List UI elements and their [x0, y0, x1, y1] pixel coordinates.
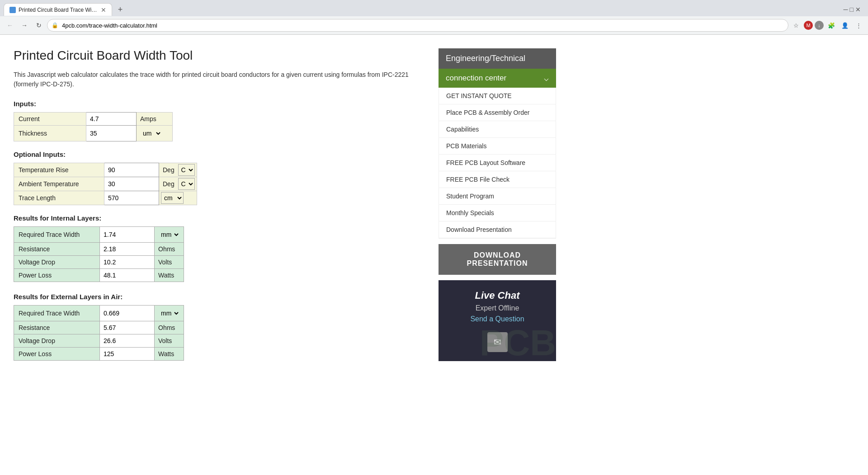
page-content: Printed Circuit Board Width Tool This Ja… — [0, 35, 868, 385]
live-chat-title: Live Chat — [446, 289, 549, 302]
sidebar-item-place-order[interactable]: Place PCB & Assembly Order — [439, 104, 556, 121]
results-external-table: Required Trace Width mm cm in mil Resist… — [14, 305, 184, 361]
live-chat-send-question-link[interactable]: Send a Question — [446, 315, 549, 323]
connection-center-toggle[interactable]: connection center ⌵ — [439, 69, 556, 88]
sidebar-item-student-program[interactable]: Student Program — [439, 188, 556, 205]
sidebar-link-download-presentation[interactable]: Download Presentation — [439, 221, 556, 238]
internal-resistance-input[interactable] — [100, 243, 154, 255]
sidebar-link-monthly-specials[interactable]: Monthly Specials — [439, 205, 556, 221]
tab-title: Printed Circuit Board Trace Wid... — [19, 7, 98, 13]
address-bar[interactable] — [47, 19, 788, 32]
main-content: Printed Circuit Board Width Tool This Ja… — [14, 48, 420, 372]
forward-button[interactable]: → — [18, 19, 31, 32]
thickness-input-cell — [86, 126, 137, 141]
external-resistance-row: Resistance Ohms — [14, 321, 184, 334]
temp-rise-unit-select[interactable]: C F — [178, 164, 195, 176]
internal-voltage-row: Voltage Drop Volts — [14, 256, 184, 269]
thickness-unit-select[interactable]: um oz mm — [140, 127, 162, 139]
live-chat-status: Expert Offline — [446, 304, 549, 312]
temp-rise-input-cell — [104, 163, 159, 177]
trace-length-input-cell — [104, 191, 159, 205]
internal-resistance-label: Resistance — [14, 243, 100, 256]
ambient-temp-unit-cell: Deg C F — [159, 177, 197, 191]
sidebar-menu: GET INSTANT QUOTE Place PCB & Assembly O… — [439, 88, 556, 239]
external-resistance-value-cell — [100, 321, 155, 334]
internal-power-input[interactable] — [100, 269, 154, 281]
external-resistance-unit: Ohms — [155, 321, 184, 334]
internal-trace-width-value-cell — [100, 227, 155, 243]
internal-voltage-input[interactable] — [100, 256, 154, 268]
sidebar-item-free-layout-software[interactable]: FREE PCB Layout Software — [439, 155, 556, 171]
extension-icon-red[interactable]: M — [804, 21, 813, 30]
external-trace-width-input[interactable] — [100, 307, 154, 319]
inputs-table: Current Amps Thickness um oz mm — [14, 112, 173, 141]
sidebar-item-capabilities[interactable]: Capabilities — [439, 121, 556, 138]
sidebar-link-capabilities[interactable]: Capabilities — [439, 121, 556, 137]
sidebar-item-get-instant-quote[interactable]: GET INSTANT QUOTE — [439, 88, 556, 104]
internal-trace-width-input[interactable] — [100, 229, 154, 240]
ambient-temp-unit-select[interactable]: C F — [178, 178, 195, 190]
external-trace-width-unit-select[interactable]: mm cm in mil — [158, 307, 180, 319]
ambient-temp-row: Ambient Temperature Deg C F — [14, 177, 197, 191]
sidebar-link-free-file-check[interactable]: FREE PCB File Check — [439, 171, 556, 188]
thickness-input[interactable] — [86, 127, 136, 139]
minimize-button[interactable]: ─ — [844, 6, 848, 13]
internal-power-row: Power Loss Watts — [14, 269, 184, 282]
current-input[interactable] — [86, 113, 136, 125]
temp-rise-row: Temperature Rise Deg C F — [14, 163, 197, 177]
external-voltage-input[interactable] — [100, 335, 154, 347]
sidebar-link-free-layout-software[interactable]: FREE PCB Layout Software — [439, 155, 556, 171]
trace-length-unit-select[interactable]: cm mm in — [161, 192, 184, 204]
external-voltage-row: Voltage Drop Volts — [14, 334, 184, 348]
extension-puzzle-button[interactable]: 🧩 — [826, 19, 837, 31]
current-label: Current — [14, 113, 86, 126]
temp-rise-input[interactable] — [104, 164, 159, 176]
results-internal-table: Required Trace Width mm cm in mil Resist… — [14, 226, 184, 282]
new-tab-button[interactable]: + — [114, 3, 127, 16]
external-trace-width-unit-cell: mm cm in mil — [155, 306, 184, 321]
restore-button[interactable]: □ — [850, 6, 854, 13]
reload-button[interactable]: ↻ — [33, 19, 45, 32]
close-button[interactable]: ✕ — [855, 6, 861, 13]
menu-button[interactable]: ⋮ — [853, 19, 864, 31]
trace-length-row: Trace Length cm mm in — [14, 191, 197, 205]
browser-chrome: Printed Circuit Board Trace Wid... ✕ + ─… — [0, 0, 868, 35]
external-resistance-label: Resistance — [14, 321, 100, 334]
sidebar-item-download-presentation[interactable]: Download Presentation — [439, 221, 556, 238]
temp-rise-unit-cell: Deg C F — [159, 163, 197, 177]
bookmark-button[interactable]: ☆ — [790, 19, 802, 31]
download-presentation-button[interactable]: DOWNLOAD PRESENTATION — [439, 244, 556, 275]
optional-inputs-label: Optional Inputs: — [14, 150, 420, 158]
sidebar-item-free-file-check[interactable]: FREE PCB File Check — [439, 171, 556, 188]
sidebar-link-pcb-materials[interactable]: PCB Materials — [439, 138, 556, 154]
tab-close-button[interactable]: ✕ — [101, 6, 106, 14]
page-title: Printed Circuit Board Width Tool — [14, 48, 420, 63]
back-button[interactable]: ← — [4, 19, 16, 32]
nav-bar: ← → ↻ 🔒 ☆ M ↓ 🧩 👤 ⋮ — [0, 16, 868, 34]
internal-trace-width-unit-select[interactable]: mm cm in mil — [158, 229, 180, 240]
temp-rise-label: Temperature Rise — [14, 163, 104, 177]
internal-voltage-value-cell — [100, 256, 155, 269]
extension-icon-gray[interactable]: ↓ — [815, 21, 824, 30]
live-chat-icon[interactable]: ✉ — [487, 332, 508, 352]
internal-voltage-unit: Volts — [155, 256, 184, 269]
trace-length-input[interactable] — [104, 192, 159, 204]
active-tab[interactable]: Printed Circuit Board Trace Wid... ✕ — [4, 3, 112, 16]
ambient-temp-input[interactable] — [104, 178, 159, 190]
internal-power-unit: Watts — [155, 269, 184, 282]
external-power-label: Power Loss — [14, 348, 100, 361]
chevron-down-icon: ⌵ — [544, 73, 549, 83]
inputs-label: Inputs: — [14, 100, 420, 108]
external-resistance-input[interactable] — [100, 322, 154, 334]
sidebar-link-place-order[interactable]: Place PCB & Assembly Order — [439, 104, 556, 121]
external-power-value-cell — [100, 348, 155, 361]
profile-button[interactable]: 👤 — [839, 19, 851, 31]
internal-resistance-unit: Ohms — [155, 243, 184, 256]
sidebar-item-monthly-specials[interactable]: Monthly Specials — [439, 205, 556, 221]
sidebar-link-student-program[interactable]: Student Program — [439, 188, 556, 204]
external-power-input[interactable] — [100, 348, 154, 360]
internal-resistance-value-cell — [100, 243, 155, 256]
ambient-temp-label: Ambient Temperature — [14, 177, 104, 191]
sidebar-link-get-instant-quote[interactable]: GET INSTANT QUOTE — [439, 88, 556, 104]
sidebar-item-pcb-materials[interactable]: PCB Materials — [439, 138, 556, 155]
